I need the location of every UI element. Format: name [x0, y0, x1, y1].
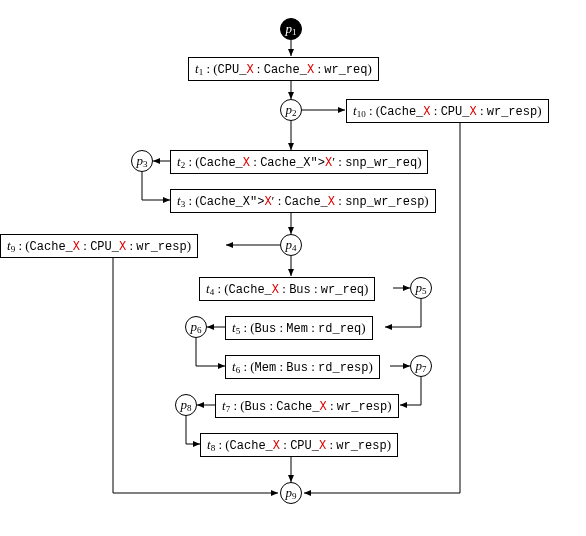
transition-t3: t3 : (Cache_X">X′ : Cache_X : snp_wr_res…	[170, 189, 436, 213]
place-label: p8	[181, 397, 192, 413]
place-label: p9	[286, 485, 297, 501]
place-label: p5	[416, 280, 427, 296]
place-p7: p7	[410, 355, 432, 377]
place-p1: p1	[280, 18, 302, 40]
transition-t5: t5 : (Bus : Mem : rd_req)	[225, 316, 373, 340]
transition-t8: t8 : (Cache_X : CPU_X : wr_resp)	[200, 433, 398, 457]
place-p9: p9	[280, 482, 302, 504]
place-label: p1	[286, 21, 297, 37]
place-p2: p2	[280, 99, 302, 121]
transition-t6: t6 : (Mem : Bus : rd_resp)	[225, 355, 380, 379]
petri-net-diagram: p1 p2 p3 p4 p5 p6 p7 p8 p9 t1 : (CPU_X :…	[0, 0, 586, 536]
place-p5: p5	[410, 277, 432, 299]
transition-t9: t9 : (Cache_X : CPU_X : wr_resp)	[0, 234, 198, 258]
transition-t4: t4 : (Cache_X : Bus : wr_req)	[199, 277, 375, 301]
place-p4: p4	[280, 234, 302, 256]
place-p6: p6	[185, 316, 207, 338]
transition-t10: t10 : (Cache_X : CPU_X : wr_resp)	[346, 99, 549, 123]
transition-t1: t1 : (CPU_X : Cache_X : wr_req)	[188, 57, 379, 81]
place-label: p6	[191, 319, 202, 335]
place-p8: p8	[175, 394, 197, 416]
place-label: p2	[286, 102, 297, 118]
transition-t2: t2 : (Cache_X : Cache_X">X′ : snp_wr_req…	[170, 150, 428, 174]
place-label: p7	[416, 358, 427, 374]
transition-t7: t7 : (Bus : Cache_X : wr_resp)	[215, 394, 399, 418]
place-label: p4	[286, 237, 297, 253]
place-label: p3	[137, 153, 148, 169]
place-p3: p3	[131, 150, 153, 172]
